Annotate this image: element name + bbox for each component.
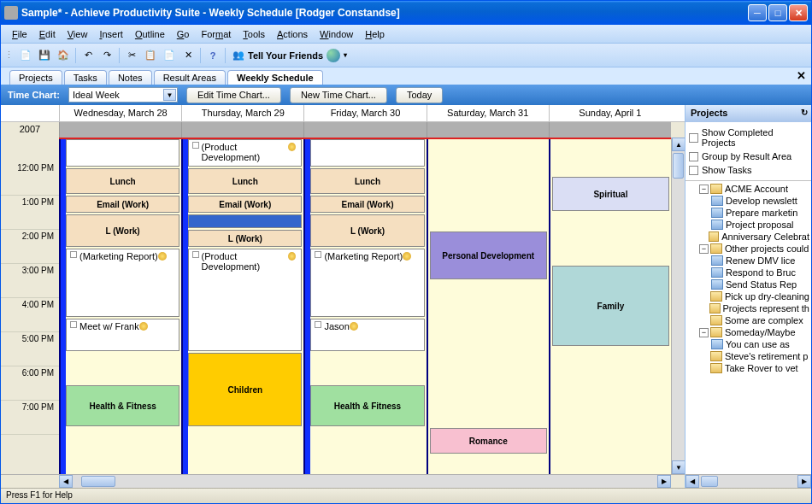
tree-node[interactable]: Project proposal (685, 219, 811, 231)
toolbar: ⋮ 📄 💾 🏠 ↶ ↷ ✂ 📋 📄 ✕ ? 👥 Tell Your Friend… (1, 44, 811, 67)
event-email[interactable]: Email (Work) (188, 196, 302, 213)
menu-actions[interactable]: Actions (271, 27, 314, 41)
event-family[interactable]: Family (552, 266, 669, 346)
menu-outline[interactable]: Outline (129, 27, 171, 41)
tab-tasks[interactable]: Tasks (64, 70, 107, 85)
minimize-button[interactable]: ─ (748, 4, 767, 21)
day-column-fri[interactable]: Lunch Email (Work) L (Work) (Marketing R… (303, 139, 426, 474)
horizontal-scrollbar[interactable]: ◀ ▶ (1, 474, 685, 488)
event-lunch[interactable]: Lunch (310, 168, 424, 194)
copy-button[interactable]: 📋 (142, 47, 159, 64)
opt-group[interactable]: Group by Result Area (689, 149, 808, 163)
delete-button[interactable]: ✕ (179, 47, 197, 64)
menu-file[interactable]: File (6, 27, 33, 41)
tree-node[interactable]: Prepare marketin (685, 207, 811, 219)
projects-tree: −ACME Account Develop newslett Prepare m… (685, 181, 811, 474)
new-button[interactable]: 📄 (17, 47, 34, 64)
event-personal[interactable]: Personal Development (430, 231, 547, 279)
menu-format[interactable]: Format (195, 27, 237, 41)
day-header[interactable]: Wednesday, March 28 (59, 105, 181, 121)
menu-help[interactable]: Help (359, 27, 391, 41)
event-email[interactable]: Email (Work) (66, 196, 179, 213)
event-marketing[interactable]: (Marketing Report) (66, 249, 179, 317)
day-column-sun[interactable]: Spiritual Family (549, 139, 671, 474)
tree-node[interactable]: Develop newslett (685, 195, 811, 207)
tree-node[interactable]: You can use as (685, 338, 811, 350)
event-health[interactable]: Health & Fitness (66, 385, 179, 426)
event-email[interactable]: Email (Work) (310, 196, 424, 213)
tree-node[interactable]: −Someday/Maybe (685, 326, 811, 338)
schedule-area: Wednesday, March 28 Thursday, March 29 F… (1, 105, 685, 488)
menu-edit[interactable]: Edit (33, 27, 62, 41)
tree-node[interactable]: Renew DMV lice (685, 255, 811, 267)
save-button[interactable]: 💾 (36, 47, 53, 64)
timechart-select[interactable]: Ideal Week ▼ (68, 87, 178, 103)
titlebar: Sample* - Achieve Productivity Suite - W… (1, 1, 811, 25)
tab-weekly-schedule[interactable]: Weekly Schedule (227, 70, 323, 85)
tree-node[interactable]: Send Status Rep (685, 278, 811, 290)
refresh-icon[interactable]: ↻ (801, 108, 808, 117)
paste-button[interactable]: 📄 (161, 47, 178, 64)
event-lwork[interactable]: L (Work) (188, 230, 302, 247)
tab-result-areas[interactable]: Result Areas (154, 70, 226, 85)
event-lwork[interactable]: L (Work) (66, 214, 179, 247)
event-romance[interactable]: Romance (430, 428, 547, 454)
tree-node[interactable]: −ACME Account (685, 183, 811, 195)
tell-friends-button[interactable]: 👥 Tell Your Friends ▾ (229, 49, 350, 62)
app-icon (4, 6, 18, 20)
event-children[interactable]: Children (188, 353, 302, 426)
event-proddev[interactable]: (Product Development) (188, 139, 302, 167)
projects-hscroll[interactable]: ◀ ▶ (685, 474, 811, 488)
menu-insert[interactable]: Insert (93, 27, 129, 41)
menu-tools[interactable]: Tools (237, 27, 271, 41)
menu-view[interactable]: View (62, 27, 94, 41)
tree-node[interactable]: Respond to Bruc (685, 267, 811, 278)
event-health[interactable]: Health & Fitness (310, 385, 424, 426)
home-button[interactable]: 🏠 (55, 47, 72, 64)
day-header[interactable]: Thursday, March 29 (181, 105, 303, 121)
tree-node[interactable]: −Other projects could (685, 243, 811, 255)
opt-completed[interactable]: Show Completed Projects (689, 126, 808, 149)
day-header[interactable]: Sunday, April 1 (549, 105, 671, 121)
event-jason[interactable]: Jason (310, 319, 424, 351)
close-button[interactable]: ✕ (789, 4, 808, 21)
event-marketing[interactable]: (Marketing Report) (310, 249, 424, 317)
event-lunch[interactable]: Lunch (188, 168, 302, 194)
event-block[interactable] (66, 139, 179, 167)
menu-go[interactable]: Go (171, 27, 196, 41)
day-header[interactable]: Friday, March 30 (303, 105, 426, 121)
menu-window[interactable]: Window (314, 27, 359, 41)
event-lunch[interactable]: Lunch (66, 168, 179, 194)
today-button[interactable]: Today (396, 87, 443, 103)
vertical-scrollbar[interactable]: ▲ ▼ (671, 138, 685, 474)
event-block[interactable] (310, 139, 424, 167)
new-timechart-button[interactable]: New Time Chart... (290, 87, 387, 103)
event-lwork[interactable]: L (Work) (310, 214, 424, 247)
tree-node[interactable]: Anniversary Celebrat (685, 231, 811, 243)
maximize-button[interactable]: □ (768, 4, 787, 21)
cut-button[interactable]: ✂ (123, 47, 140, 64)
year-label: 2007 (1, 122, 59, 138)
tab-close-button[interactable]: ✕ (797, 69, 806, 82)
tree-node[interactable]: Projects represent th (685, 302, 811, 314)
tab-notes[interactable]: Notes (109, 70, 152, 85)
day-column-thu[interactable]: (Product Development) Lunch Email (Work)… (181, 139, 303, 474)
day-column-sat[interactable]: Personal Development Romance (427, 139, 549, 474)
edit-timechart-button[interactable]: Edit Time Chart... (186, 87, 281, 103)
redo-button[interactable]: ↷ (98, 47, 115, 64)
opt-tasks[interactable]: Show Tasks (689, 163, 808, 177)
control-bar: Time Chart: Ideal Week ▼ Edit Time Chart… (1, 85, 811, 105)
event-meet[interactable]: Meet w/ Frank (66, 319, 179, 351)
event-spiritual[interactable]: Spiritual (552, 177, 669, 211)
day-header[interactable]: Saturday, March 31 (427, 105, 549, 121)
tree-node[interactable]: Pick up dry-cleaning (685, 290, 811, 302)
tab-projects[interactable]: Projects (9, 70, 62, 85)
tree-node[interactable]: Steve's retirement p (685, 350, 811, 362)
help-button[interactable]: ? (204, 47, 221, 64)
undo-button[interactable]: ↶ (79, 47, 97, 64)
day-column-wed[interactable]: Lunch Email (Work) L (Work) (Marketing R… (59, 139, 181, 474)
event-block[interactable] (188, 214, 302, 228)
event-proddev2[interactable]: (Product Development) (188, 249, 302, 351)
tree-node[interactable]: Some are complex (685, 314, 811, 326)
tree-node[interactable]: Take Rover to vet (685, 362, 811, 374)
